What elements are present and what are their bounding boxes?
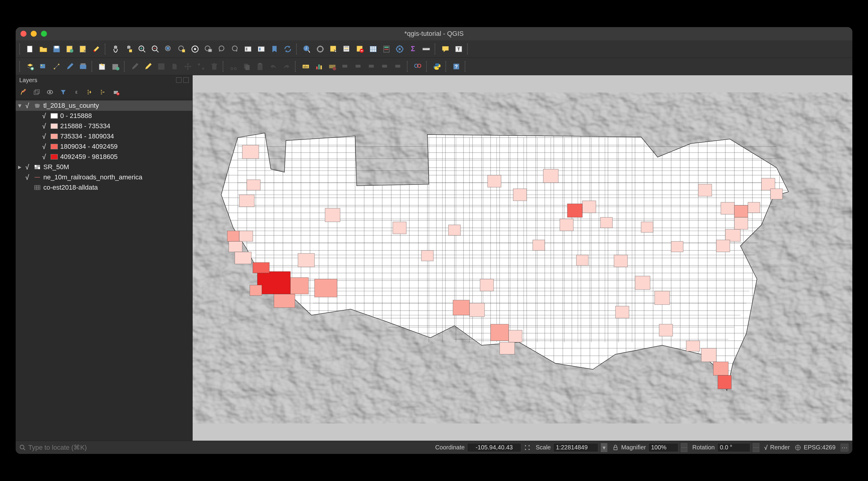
add-raster-layer-button[interactable] — [37, 60, 49, 72]
rotation-spinner[interactable] — [753, 443, 760, 452]
open-table-button[interactable] — [367, 43, 379, 55]
new-map-view-button[interactable] — [242, 43, 254, 55]
field-calculator-button[interactable] — [380, 43, 393, 55]
render-checkbox[interactable]: √ — [764, 444, 768, 451]
change-label-button[interactable] — [393, 60, 404, 72]
identify-button[interactable]: i — [301, 43, 313, 55]
close-window-button[interactable] — [21, 31, 27, 37]
layer-row-sr50m[interactable]: ▸ √ SR_50M — [16, 162, 192, 172]
statistics-button[interactable]: Σ — [407, 43, 419, 55]
new-project-button[interactable] — [24, 43, 36, 55]
magnifier-spinner[interactable] — [681, 443, 687, 452]
move-feature-button[interactable] — [182, 60, 194, 72]
layer-checkbox[interactable]: √ — [25, 102, 31, 110]
layer-row-railroads[interactable]: √ ne_10m_railroads_north_america — [16, 172, 192, 182]
help-button[interactable]: ? — [450, 60, 462, 72]
new-print-layout-button[interactable] — [64, 43, 76, 55]
text-annotation-button[interactable]: T — [453, 43, 465, 55]
open-project-button[interactable] — [37, 43, 49, 55]
metasearch-button[interactable] — [412, 60, 424, 72]
undo-button[interactable] — [267, 60, 279, 72]
map-canvas[interactable] — [193, 75, 852, 441]
select-features-button[interactable] — [328, 43, 340, 55]
add-feature-button[interactable] — [168, 60, 181, 72]
pin-labels-button[interactable] — [340, 60, 351, 72]
new-geopackage-button[interactable] — [96, 60, 108, 72]
select-by-value-button[interactable] — [341, 43, 353, 55]
diagram-button[interactable] — [313, 60, 325, 72]
layer-row-county[interactable]: ▾ √ tl_2018_us_county — [16, 100, 192, 111]
vertex-tool-button[interactable] — [195, 60, 207, 72]
zoom-next-button[interactable] — [229, 43, 241, 55]
layer-tree[interactable]: ▾ √ tl_2018_us_county √ 0 - 215888 √ 215… — [16, 99, 192, 441]
panel-close-button[interactable] — [183, 77, 189, 83]
delete-selected-button[interactable] — [208, 60, 220, 72]
zoom-in-button[interactable] — [136, 43, 148, 55]
save-edits-button[interactable] — [155, 60, 167, 72]
scale-dropdown[interactable]: ▾ — [601, 443, 607, 452]
lock-icon[interactable] — [612, 444, 619, 451]
cut-button[interactable] — [227, 60, 240, 72]
legend-class-row[interactable]: √ 735334 - 1809034 — [16, 131, 192, 142]
measure-button[interactable] — [420, 43, 432, 55]
maximize-window-button[interactable] — [41, 31, 47, 37]
class-checkbox[interactable]: √ — [42, 153, 48, 161]
legend-class-row[interactable]: √ 215888 - 735334 — [16, 121, 192, 131]
layer-row-alldata[interactable]: co-est2018-alldata — [16, 182, 192, 193]
layer-checkbox[interactable]: √ — [25, 163, 31, 171]
layer-style-button[interactable] — [18, 87, 29, 97]
python-console-button[interactable] — [431, 60, 443, 72]
expand-all-button[interactable] — [84, 87, 95, 97]
add-group-button[interactable] — [31, 87, 42, 97]
class-checkbox[interactable]: √ — [42, 143, 48, 150]
extents-icon[interactable] — [524, 444, 531, 451]
zoom-to-layer-button[interactable] — [202, 43, 214, 55]
rotate-label-button[interactable] — [379, 60, 391, 72]
new-shapefile-button[interactable] — [51, 60, 63, 72]
pan-button[interactable] — [110, 43, 122, 55]
messages-button[interactable]: ⋯ — [840, 443, 849, 452]
layer-checkbox[interactable]: √ — [25, 174, 31, 181]
panel-undock-button[interactable] — [176, 77, 182, 83]
legend-class-row[interactable]: √ 1809034 - 4092459 — [16, 142, 192, 152]
zoom-to-selection-button[interactable] — [189, 43, 201, 55]
magnifier-input[interactable] — [648, 443, 678, 452]
move-label-button[interactable] — [366, 60, 378, 72]
refresh-button[interactable] — [282, 43, 294, 55]
filter-legend-button[interactable] — [58, 87, 69, 97]
locator-search[interactable] — [19, 444, 254, 451]
manage-visibility-button[interactable] — [44, 87, 55, 97]
class-checkbox[interactable]: √ — [42, 133, 48, 140]
label-button[interactable]: abc — [300, 60, 312, 72]
locator-input[interactable] — [28, 444, 254, 451]
remove-layer-button[interactable] — [111, 87, 122, 97]
show-labels-button[interactable] — [353, 60, 365, 72]
deselect-all-button[interactable] — [354, 43, 366, 55]
class-checkbox[interactable]: √ — [42, 112, 48, 120]
expand-arrow-icon[interactable]: ▸ — [18, 163, 23, 171]
action-button[interactable] — [314, 43, 326, 55]
scale-input[interactable] — [553, 443, 598, 452]
current-edits-button[interactable] — [129, 60, 141, 72]
layout-manager-button[interactable] — [77, 43, 89, 55]
zoom-out-button[interactable] — [149, 43, 161, 55]
redo-button[interactable] — [280, 60, 292, 72]
toggle-editing-button[interactable] — [64, 60, 76, 72]
new-3d-map-view-button[interactable] — [255, 43, 267, 55]
legend-class-row[interactable]: √ 4092459 - 9818605 — [16, 152, 192, 162]
new-spatialite-button[interactable] — [110, 60, 122, 72]
pan-to-selection-button[interactable] — [123, 43, 135, 55]
label-highlight-button[interactable] — [326, 60, 338, 72]
paste-button[interactable] — [254, 60, 266, 72]
minimize-window-button[interactable] — [31, 31, 37, 37]
edit-pencil-button[interactable] — [142, 60, 154, 72]
save-project-button[interactable] — [51, 43, 63, 55]
legend-class-row[interactable]: √ 0 - 215888 — [16, 111, 192, 121]
style-manager-button[interactable] — [90, 43, 102, 55]
filter-expr-button[interactable]: ε — [71, 87, 82, 97]
class-checkbox[interactable]: √ — [42, 122, 48, 130]
coordinate-input[interactable] — [467, 443, 521, 452]
zoom-last-button[interactable] — [216, 43, 227, 55]
add-vector-layer-button[interactable] — [24, 60, 36, 72]
zoom-native-button[interactable] — [162, 43, 175, 55]
